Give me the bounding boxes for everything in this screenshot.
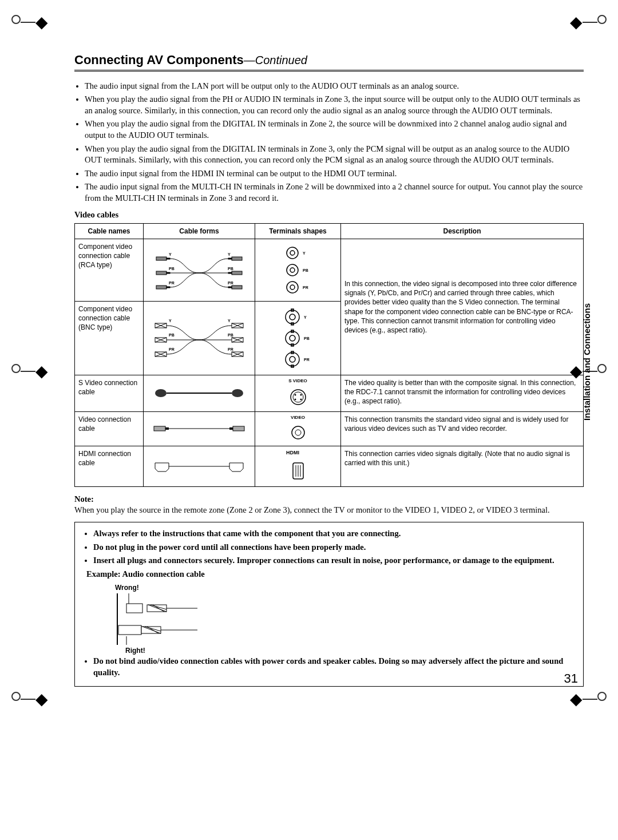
- cable-form-diagram: [144, 446, 255, 486]
- intro-bullet: The audio input signal from the LAN port…: [85, 81, 584, 92]
- svg-point-66: [155, 389, 167, 397]
- svg-point-21: [290, 268, 295, 272]
- svg-text:PB: PB: [169, 333, 175, 337]
- intro-bullet: When you play the audio signal from the …: [85, 144, 584, 166]
- crop-mark-ml: ◆: [11, 360, 48, 382]
- svg-text:PB: PB: [228, 333, 233, 337]
- cable-name: HDMI connection cable: [75, 446, 144, 486]
- cable-form-diagram: [144, 411, 255, 446]
- terminal-shape: Y PB PR: [255, 302, 341, 375]
- svg-point-81: [295, 430, 301, 435]
- cable-desc: This connection transmits the standard v…: [341, 411, 584, 446]
- svg-text:Y: Y: [228, 252, 231, 256]
- svg-text:PR: PR: [303, 286, 308, 290]
- svg-rect-7: [167, 258, 170, 259]
- cable-form-diagram: [144, 375, 255, 412]
- cable-name: S Video connection cable: [75, 375, 144, 412]
- svg-text:PR: PR: [169, 281, 175, 285]
- example-label: Example: Audio connection cable: [86, 569, 575, 580]
- svg-rect-12: [232, 257, 242, 260]
- intro-bullet-list: The audio input signal from the LAN port…: [74, 81, 584, 204]
- cable-name: Video connection cable: [75, 411, 144, 446]
- svg-rect-78: [229, 427, 233, 430]
- caution-box: Always refer to the instructions that ca…: [74, 522, 584, 687]
- intro-bullet: The audio input signal from the HDMI IN …: [85, 168, 584, 180]
- svg-text:Y: Y: [169, 252, 172, 256]
- section-heading: Connecting AV Components—Continued: [74, 51, 584, 72]
- col-header-names: Cable names: [75, 223, 144, 239]
- svg-text:Y: Y: [304, 315, 307, 319]
- svg-text:PR: PR: [228, 347, 233, 351]
- svg-point-51: [286, 310, 299, 324]
- terminal-shape: HDMI: [255, 446, 341, 486]
- svg-rect-96: [118, 625, 141, 635]
- svg-point-23: [290, 285, 295, 290]
- svg-point-18: [287, 247, 298, 259]
- caution-item: Do not plug in the power cord until all …: [93, 542, 575, 553]
- terminal-shape: Y PB PR: [255, 239, 341, 302]
- section-subtitle: —Continued: [244, 54, 307, 66]
- terminal-shape: VIDEO: [255, 411, 341, 446]
- page-number: 31: [564, 670, 578, 687]
- svg-text:Y: Y: [228, 319, 231, 323]
- col-header-forms: Cable forms: [144, 223, 255, 239]
- svg-text:PR: PR: [304, 358, 310, 362]
- svg-point-56: [290, 335, 295, 341]
- right-label: Right!: [125, 647, 145, 655]
- svg-rect-13: [228, 258, 232, 259]
- svg-point-74: [300, 398, 302, 400]
- wrong-label: Wrong!: [115, 584, 139, 592]
- svg-rect-10: [156, 286, 167, 289]
- svg-rect-15: [228, 272, 232, 274]
- cable-name: Component video connection cable (BNC ty…: [75, 302, 144, 375]
- cable-desc: This connection carries video signals di…: [341, 446, 584, 486]
- svg-point-72: [300, 394, 302, 395]
- svg-rect-76: [165, 427, 169, 430]
- note-heading: Note:: [74, 494, 584, 505]
- cable-desc: The video quality is better than with th…: [341, 375, 584, 412]
- terminal-shape: S VIDEO: [255, 375, 341, 412]
- intro-bullet: When you play the audio signal from the …: [85, 94, 584, 116]
- svg-rect-17: [228, 287, 232, 288]
- col-header-desc: Description: [341, 223, 584, 239]
- svg-text:Y: Y: [303, 251, 306, 255]
- crop-mark-tr: ◆: [570, 11, 607, 33]
- svg-point-73: [294, 398, 296, 400]
- svg-point-67: [232, 389, 243, 397]
- svg-rect-11: [167, 287, 170, 288]
- svg-text:PB: PB: [304, 336, 310, 340]
- caution-item: Insert all plugs and connectors securely…: [93, 555, 575, 566]
- svg-rect-14: [232, 271, 242, 275]
- svg-point-52: [290, 314, 295, 320]
- svg-text:PB: PB: [169, 267, 175, 271]
- caution-item: Do not bind audio/video connection cable…: [93, 656, 575, 678]
- video-cables-table: Cable names Cable forms Terminals shapes…: [74, 223, 584, 487]
- hdmi-logo-icon: HDMI: [286, 449, 310, 456]
- svg-point-80: [292, 426, 304, 439]
- svg-text:HDMI: HDMI: [286, 450, 299, 455]
- svg-rect-75: [154, 426, 165, 431]
- plug-example-diagram: [100, 593, 209, 645]
- svg-text:PB: PB: [228, 267, 233, 271]
- svg-rect-16: [232, 286, 242, 289]
- svg-point-20: [287, 264, 298, 276]
- svg-text:Y: Y: [169, 319, 172, 323]
- svg-text:PR: PR: [228, 281, 233, 285]
- cable-name: Component video connection cable (RCA ty…: [75, 239, 144, 302]
- svg-point-71: [294, 394, 296, 395]
- svg-rect-6: [156, 257, 167, 260]
- video-cables-heading: Video cables: [74, 209, 584, 221]
- crop-mark-br: ◆: [570, 688, 607, 710]
- cable-desc: In this connection, the video signal is …: [341, 239, 584, 375]
- svg-point-19: [290, 251, 295, 255]
- svg-point-22: [287, 282, 298, 293]
- section-title: Connecting AV Components: [74, 53, 244, 67]
- svg-point-70: [293, 392, 303, 402]
- svg-rect-77: [233, 426, 244, 431]
- cable-form-diagram: Y PB PR Y PB PR: [144, 239, 255, 302]
- svg-point-59: [286, 352, 299, 366]
- crop-mark-tl: ◆: [11, 11, 48, 33]
- svg-text:PR: PR: [169, 347, 175, 351]
- svg-point-60: [290, 356, 295, 362]
- cable-form-diagram: Y PB PR Y PB PR: [144, 302, 255, 375]
